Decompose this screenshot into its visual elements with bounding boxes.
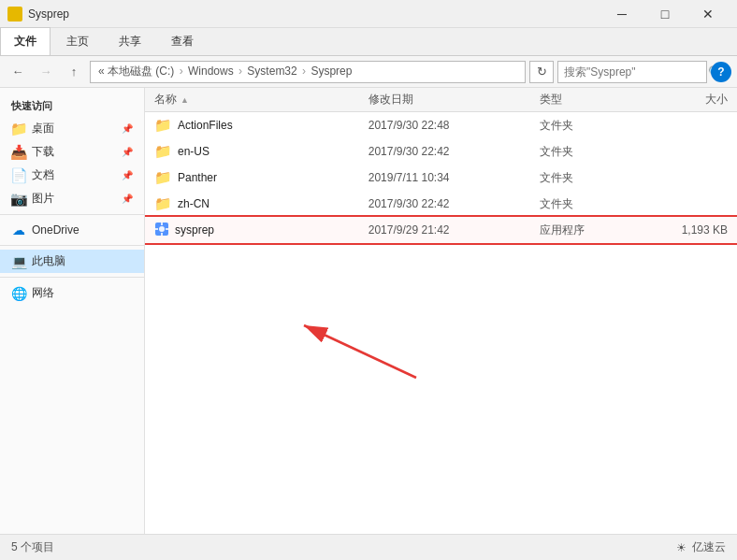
file-date-zhcn: 2017/9/30 22:42 <box>368 197 540 210</box>
sidebar-item-docs[interactable]: 📄 文档 📌 <box>0 164 144 187</box>
minimize-button[interactable]: ─ <box>600 0 643 28</box>
pin-icon-4: 📌 <box>122 194 133 204</box>
file-name-actionfiles: 📁 ActionFiles <box>154 117 368 134</box>
tab-home[interactable]: 主页 <box>52 27 103 55</box>
sidebar-item-pictures[interactable]: 📷 图片 📌 <box>0 187 144 210</box>
close-button[interactable]: ✕ <box>686 0 730 28</box>
search-input[interactable] <box>564 65 704 79</box>
pin-icon-2: 📌 <box>122 147 133 157</box>
table-row-sysprep[interactable]: sysprep 2017/9/29 21:42 应用程序 1,193 KB <box>145 217 737 243</box>
file-name-sysprep: sysprep <box>154 222 368 239</box>
file-area: 名称 ▲ 修改日期 类型 大小 📁 ActionFiles 2017/9/30 … <box>145 88 737 534</box>
pin-icon: 📌 <box>122 123 133 134</box>
file-date-sysprep: 2017/9/29 21:42 <box>368 223 540 237</box>
help-button[interactable]: ? <box>711 62 731 82</box>
status-right: ☀ 亿速云 <box>676 539 726 555</box>
col-name-header[interactable]: 名称 ▲ <box>154 92 368 108</box>
network-label: 网络 <box>32 285 54 301</box>
divider-3 <box>0 277 144 278</box>
svg-rect-2 <box>161 223 163 225</box>
ribbon-tabs: 文件 主页 共享 查看 <box>0 28 737 56</box>
col-type-header[interactable]: 类型 <box>540 92 643 108</box>
docs-label: 文档 <box>32 167 54 183</box>
forward-button[interactable]: → <box>34 60 58 84</box>
search-box: 🔍 <box>557 61 707 83</box>
svg-rect-4 <box>155 228 158 230</box>
docs-icon: 📄 <box>11 168 26 183</box>
title-bar-title: Sysprep <box>28 7 69 21</box>
svg-point-1 <box>159 226 165 232</box>
pictures-icon: 📷 <box>11 192 26 207</box>
folder-icon: 📁 <box>154 117 172 134</box>
col-date-header[interactable]: 修改日期 <box>368 92 540 108</box>
sidebar-item-download[interactable]: 📥 下载 📌 <box>0 140 144 164</box>
folder-icon: 📁 <box>154 169 172 186</box>
title-bar: Sysprep ─ □ ✕ <box>0 0 737 28</box>
file-name-panther: 📁 Panther <box>154 169 368 186</box>
refresh-button[interactable]: ↻ <box>529 61 554 83</box>
pictures-label: 图片 <box>32 191 54 207</box>
divider-1 <box>0 214 144 215</box>
network-icon: 🌐 <box>11 286 26 301</box>
brand-name: 亿速云 <box>692 539 726 555</box>
file-date-panther: 2019/7/11 10:34 <box>368 171 540 184</box>
brand-logo: ☀ <box>676 541 686 554</box>
sidebar-item-onedrive[interactable]: ☁ OneDrive <box>0 219 144 241</box>
file-type-sysprep: 应用程序 <box>540 223 643 238</box>
address-bar-row: ← → ↑ « 本地磁盘 (C:) › Windows › System32 ›… <box>0 56 737 88</box>
status-bar: 5 个项目 ☀ 亿速云 <box>0 534 737 560</box>
tab-view[interactable]: 查看 <box>157 27 208 55</box>
title-bar-folder-icon <box>7 7 22 22</box>
content-wrapper: 名称 ▲ 修改日期 类型 大小 📁 ActionFiles 2017/9/30 … <box>145 88 737 534</box>
file-date-enus: 2017/9/30 22:42 <box>368 145 540 158</box>
sidebar-item-network[interactable]: 🌐 网络 <box>0 281 144 305</box>
tab-share[interactable]: 共享 <box>105 27 155 55</box>
svg-rect-5 <box>166 228 168 230</box>
maximize-button[interactable]: □ <box>643 0 686 28</box>
desktop-label: 桌面 <box>32 121 54 136</box>
column-headers: 名称 ▲ 修改日期 类型 大小 <box>145 88 737 112</box>
onedrive-icon: ☁ <box>11 223 26 237</box>
download-icon: 📥 <box>11 145 26 160</box>
thispc-icon: 💻 <box>11 254 26 269</box>
table-row[interactable]: 📁 Panther 2019/7/11 10:34 文件夹 <box>145 165 737 191</box>
file-list: 📁 ActionFiles 2017/9/30 22:48 文件夹 📁 en-U… <box>145 112 737 534</box>
back-button[interactable]: ← <box>6 60 30 84</box>
file-type-enus: 文件夹 <box>540 144 643 160</box>
title-bar-controls: ─ □ ✕ <box>600 0 730 28</box>
folder-icon: 📁 <box>154 143 172 160</box>
tab-file[interactable]: 文件 <box>0 27 51 55</box>
quick-access-label: 快速访问 <box>0 95 144 117</box>
svg-rect-3 <box>161 233 163 236</box>
file-name-enus: 📁 en-US <box>154 143 368 160</box>
sort-arrow: ▲ <box>181 95 189 105</box>
file-type-zhcn: 文件夹 <box>540 196 643 212</box>
onedrive-label: OneDrive <box>32 223 79 237</box>
table-row[interactable]: 📁 zh-CN 2017/9/30 22:42 文件夹 <box>145 191 737 217</box>
sidebar-item-desktop[interactable]: 📁 桌面 📌 <box>0 117 144 140</box>
col-size-header[interactable]: 大小 <box>643 92 729 108</box>
pin-icon-3: 📌 <box>122 170 133 180</box>
download-label: 下载 <box>32 144 54 160</box>
file-size-sysprep: 1,193 KB <box>643 223 729 237</box>
title-bar-left: Sysprep <box>7 7 69 22</box>
sidebar: 快速访问 📁 桌面 📌 📥 下载 📌 📄 文档 📌 📷 <box>0 88 145 534</box>
file-type-panther: 文件夹 <box>540 170 643 186</box>
item-count: 5 个项目 <box>11 539 54 555</box>
desktop-icon: 📁 <box>11 122 26 136</box>
file-type-actionfiles: 文件夹 <box>540 118 643 134</box>
table-row[interactable]: 📁 en-US 2017/9/30 22:42 文件夹 <box>145 138 737 165</box>
sidebar-item-thispc[interactable]: 💻 此电脑 <box>0 250 144 273</box>
main-area: 快速访问 📁 桌面 📌 📥 下载 📌 📄 文档 📌 📷 <box>0 88 737 534</box>
thispc-label: 此电脑 <box>32 253 65 269</box>
table-row[interactable]: 📁 ActionFiles 2017/9/30 22:48 文件夹 <box>145 112 737 138</box>
path-breadcrumb: « 本地磁盘 (C:) › Windows › System32 › Syspr… <box>98 64 352 79</box>
exe-icon <box>154 222 169 239</box>
file-name-zhcn: 📁 zh-CN <box>154 195 368 212</box>
folder-icon: 📁 <box>154 195 172 212</box>
address-path[interactable]: « 本地磁盘 (C:) › Windows › System32 › Syspr… <box>90 61 526 83</box>
up-button[interactable]: ↑ <box>62 60 86 84</box>
file-date-actionfiles: 2017/9/30 22:48 <box>368 119 540 132</box>
divider-2 <box>0 245 144 246</box>
